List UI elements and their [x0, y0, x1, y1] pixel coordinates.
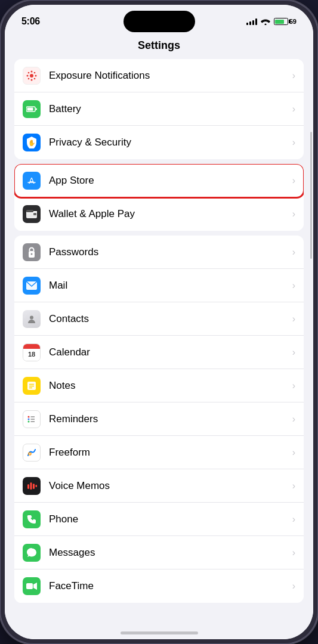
svg-point-7 — [28, 78, 30, 79]
wifi-icon — [261, 18, 270, 25]
facetime-row[interactable]: FaceTime › — [14, 569, 304, 603]
svg-point-30 — [28, 416, 30, 417]
phone-chevron: › — [292, 514, 295, 525]
voicememos-chevron: › — [292, 481, 295, 491]
notes-label: Notes — [49, 380, 292, 392]
svg-rect-17 — [26, 210, 33, 212]
passwords-row[interactable]: Passwords › — [14, 236, 304, 269]
svg-point-5 — [28, 72, 30, 73]
page-title: Settings — [5, 35, 313, 59]
screen: 5:06 — [5, 5, 313, 639]
svg-point-0 — [30, 74, 33, 78]
freeform-label: Freeform — [49, 447, 292, 459]
notes-icon — [23, 377, 41, 395]
reminders-label: Reminders — [49, 413, 292, 425]
svg-rect-24 — [23, 344, 40, 349]
settings-group-2: A App Store › — [14, 164, 304, 231]
exposure-chevron: › — [292, 70, 295, 81]
svg-point-2 — [31, 79, 33, 80]
signal-bars-icon — [246, 18, 257, 25]
mail-icon — [23, 277, 41, 295]
mail-label: Mail — [49, 280, 292, 292]
svg-rect-37 — [27, 484, 29, 489]
calendar-icon: 18 — [23, 343, 41, 361]
svg-point-3 — [27, 75, 29, 76]
reminders-icon — [23, 410, 41, 428]
svg-rect-40 — [36, 485, 38, 487]
phone-label: Phone — [49, 513, 292, 525]
app-store-row[interactable]: A App Store › — [14, 164, 304, 197]
voicememos-icon — [23, 477, 41, 495]
home-indicator — [121, 631, 198, 634]
reminders-chevron: › — [292, 414, 295, 425]
calendar-row[interactable]: 18 Calendar › — [14, 336, 304, 369]
phone-frame: 5:06 — [0, 0, 318, 644]
svg-rect-18 — [33, 213, 36, 215]
appstore-label: App Store — [49, 175, 292, 187]
status-icons: 59 — [246, 18, 297, 25]
voice-memos-row[interactable]: Voice Memos › — [14, 469, 304, 503]
appstore-icon: A — [23, 172, 41, 190]
svg-rect-41 — [26, 583, 33, 589]
messages-chevron: › — [292, 547, 295, 558]
notes-chevron: › — [292, 380, 295, 391]
status-time: 5:06 — [21, 16, 40, 27]
svg-point-1 — [31, 70, 33, 72]
freeform-row[interactable]: Freeform › — [14, 436, 304, 469]
battery-settings-icon — [23, 100, 41, 118]
svg-point-20 — [31, 253, 33, 255]
svg-marker-42 — [33, 583, 37, 590]
svg-point-4 — [35, 75, 37, 76]
contacts-chevron: › — [292, 314, 295, 324]
calendar-chevron: › — [292, 347, 295, 358]
messages-row[interactable]: Messages › — [14, 536, 304, 569]
wallet-label: Wallet & Apple Pay — [49, 208, 292, 220]
privacy-row[interactable]: ✋ Privacy & Security › — [14, 126, 304, 159]
svg-point-32 — [28, 420, 30, 422]
main-content: Settings — [5, 35, 313, 639]
svg-rect-10 — [36, 108, 38, 110]
contacts-row[interactable]: Contacts › — [14, 302, 304, 336]
svg-rect-39 — [33, 484, 35, 489]
privacy-icon: ✋ — [23, 134, 41, 151]
mail-row[interactable]: Mail › — [14, 269, 304, 302]
settings-group-1: Exposure Notifications › Battery › — [14, 59, 304, 159]
svg-text:✋: ✋ — [28, 139, 36, 147]
scroll-indicator — [310, 132, 312, 259]
calendar-label: Calendar — [49, 346, 292, 358]
phone-row[interactable]: Phone › — [14, 503, 304, 536]
passwords-chevron: › — [292, 247, 295, 258]
svg-rect-11 — [27, 107, 33, 110]
wallet-row[interactable]: Wallet & Apple Pay › — [14, 197, 304, 231]
phone-icon — [23, 510, 41, 528]
svg-point-36 — [29, 453, 31, 455]
notes-row[interactable]: Notes › — [14, 369, 304, 402]
svg-text:A: A — [29, 176, 35, 185]
facetime-icon — [23, 577, 41, 595]
battery-label: Battery — [49, 103, 292, 115]
messages-label: Messages — [49, 547, 292, 559]
reminders-row[interactable]: Reminders › — [14, 402, 304, 436]
wallet-chevron: › — [292, 209, 295, 219]
contacts-icon — [23, 310, 41, 328]
facetime-chevron: › — [292, 581, 295, 592]
passwords-label: Passwords — [49, 246, 292, 258]
contacts-label: Contacts — [49, 313, 292, 325]
exposure-icon — [23, 67, 41, 85]
svg-point-6 — [34, 72, 36, 73]
wallet-icon — [23, 205, 41, 223]
status-bar: 5:06 — [5, 5, 313, 35]
privacy-chevron: › — [292, 137, 295, 148]
privacy-label: Privacy & Security — [49, 137, 292, 148]
mail-chevron: › — [292, 280, 295, 291]
svg-point-22 — [30, 315, 33, 319]
svg-text:18: 18 — [28, 351, 35, 358]
battery-row[interactable]: Battery › — [14, 92, 304, 126]
battery-icon: 59 — [274, 18, 297, 25]
svg-rect-38 — [30, 482, 32, 490]
exposure-notifications-row[interactable]: Exposure Notifications › — [14, 59, 304, 92]
freeform-icon — [23, 444, 41, 462]
settings-group-3: Passwords › Mail › — [14, 236, 304, 603]
svg-point-8 — [34, 78, 36, 79]
freeform-chevron: › — [292, 447, 295, 458]
